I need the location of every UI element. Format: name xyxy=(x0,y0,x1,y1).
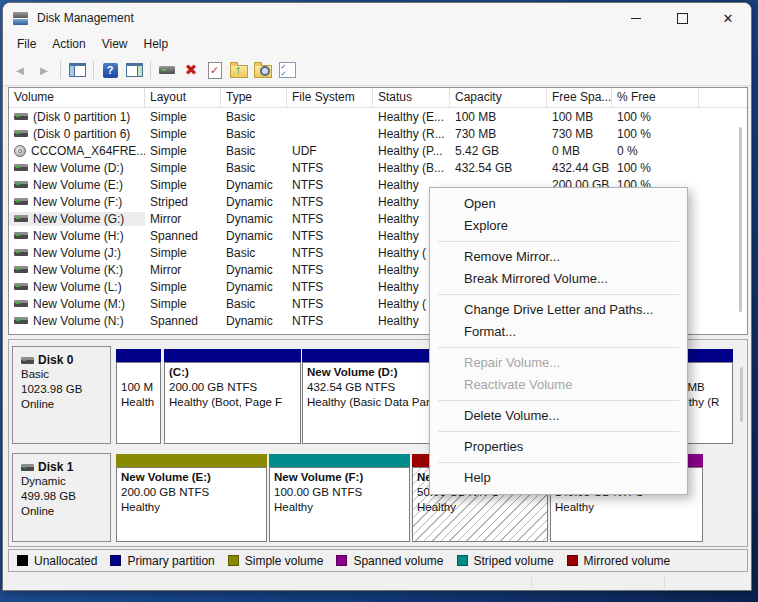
cell-pct: 100 % xyxy=(612,161,699,175)
partition-color-band xyxy=(269,454,410,467)
legend-label: Striped volume xyxy=(474,554,554,568)
partition-status: Health xyxy=(121,395,156,410)
volume-name: New Volume (N:) xyxy=(33,314,124,328)
menu-help[interactable]: Help xyxy=(136,35,177,53)
volume-name: (Disk 0 partition 6) xyxy=(33,127,130,141)
cell-layout: Mirror xyxy=(145,212,221,226)
context-menu-item-delete-volume[interactable]: Delete Volume... xyxy=(430,405,687,427)
context-menu-item-properties[interactable]: Properties xyxy=(430,436,687,458)
disk-management-app-icon xyxy=(13,10,29,26)
menu-view[interactable]: View xyxy=(94,35,136,53)
graphical-view-scrollbar[interactable] xyxy=(740,367,743,422)
forward-button[interactable]: ► xyxy=(33,59,55,81)
volume-context-menu: OpenExploreRemove Mirror...Break Mirrore… xyxy=(429,187,688,495)
task-list-button[interactable] xyxy=(276,59,298,81)
column-header-file-system[interactable]: File System xyxy=(287,88,373,107)
partition-status: Healthy xyxy=(121,500,262,515)
folder-search-button[interactable] xyxy=(252,59,274,81)
cell-capacity: 432.54 GB xyxy=(450,161,547,175)
maximize-button[interactable] xyxy=(659,3,705,33)
column-header-type[interactable]: Type xyxy=(221,88,287,107)
help-button[interactable] xyxy=(99,59,121,81)
legend-item: Simple volume xyxy=(228,554,324,568)
disk-status: Online xyxy=(21,397,110,412)
volume-list-scrollbar[interactable] xyxy=(739,127,742,312)
minimize-button[interactable] xyxy=(613,3,659,33)
context-menu-item-change-drive-letter-and-paths[interactable]: Change Drive Letter and Paths... xyxy=(430,299,687,321)
volume-row[interactable]: New Volume (D:)SimpleBasicNTFSHealthy (B… xyxy=(9,159,747,176)
disk-size: 1023.98 GB xyxy=(21,382,110,397)
column-header-free-spa-[interactable]: Free Spa... xyxy=(547,88,612,107)
cell-layout: Simple xyxy=(145,280,221,294)
partition-title xyxy=(121,365,156,380)
disk-management-window: Disk Management ✕ FileActionViewHelp ◄► … xyxy=(2,2,752,591)
cell-type: Dynamic xyxy=(221,314,287,328)
mark-partition-button[interactable] xyxy=(204,59,226,81)
menu-separator xyxy=(438,347,679,348)
toolbar-separator xyxy=(60,61,61,79)
legend-swatch xyxy=(17,555,28,566)
cell-fs: NTFS xyxy=(287,161,373,175)
title-bar[interactable]: Disk Management ✕ xyxy=(3,3,751,33)
cell-layout: Simple xyxy=(145,246,221,260)
folder-up-button[interactable] xyxy=(228,59,250,81)
volume-name: New Volume (F:) xyxy=(33,195,122,209)
volume-drive-icon xyxy=(14,164,28,171)
disk-0-label[interactable]: Disk 0 Basic 1023.98 GB Online xyxy=(12,346,111,444)
partition-block[interactable]: New Volume (F:)100.00 GB NTFSHealthy xyxy=(269,454,410,542)
partition-block[interactable]: New Volume (E:)200.00 GB NTFSHealthy xyxy=(116,454,267,542)
cell-layout: Mirror xyxy=(145,263,221,277)
column-header-capacity[interactable]: Capacity xyxy=(450,88,547,107)
volume-drive-icon xyxy=(14,283,28,290)
menu-separator xyxy=(438,462,679,463)
context-menu-item-break-mirrored-volume[interactable]: Break Mirrored Volume... xyxy=(430,268,687,290)
context-menu-item-remove-mirror[interactable]: Remove Mirror... xyxy=(430,246,687,268)
back-button[interactable]: ◄ xyxy=(9,59,31,81)
partition-block[interactable]: 100 MHealth xyxy=(116,349,161,444)
cell-pct: 100 % xyxy=(612,127,699,141)
partition-size: 100.00 GB NTFS xyxy=(274,485,405,500)
volume-row[interactable]: (Disk 0 partition 6)SimpleBasicHealthy (… xyxy=(9,125,747,142)
disk-icon xyxy=(21,464,34,471)
partition-status: Healthy xyxy=(417,500,543,515)
partition-size: 200.00 GB NTFS xyxy=(121,485,262,500)
cell-layout: Simple xyxy=(145,110,221,124)
mark-partition-icon xyxy=(208,62,222,79)
column-header-layout[interactable]: Layout xyxy=(145,88,221,107)
volume-drive-icon xyxy=(14,249,28,256)
volume-row[interactable]: (Disk 0 partition 1)SimpleBasicHealthy (… xyxy=(9,108,747,125)
drive-search-button[interactable] xyxy=(156,59,178,81)
context-menu-item-format[interactable]: Format... xyxy=(430,321,687,343)
legend-item: Spanned volume xyxy=(336,554,443,568)
column-header-volume[interactable]: Volume xyxy=(9,88,145,107)
close-button[interactable]: ✕ xyxy=(705,3,751,33)
volume-drive-icon xyxy=(14,266,28,273)
context-menu-item-explore[interactable]: Explore xyxy=(430,215,687,237)
window-title: Disk Management xyxy=(37,11,134,25)
cd-drive-icon xyxy=(14,145,26,157)
context-menu-item-help[interactable]: Help xyxy=(430,467,687,489)
delete-button[interactable] xyxy=(180,59,202,81)
partition-color-band xyxy=(116,349,161,362)
cell-capacity: 5.42 GB xyxy=(450,144,547,158)
console-tree-button[interactable] xyxy=(66,59,88,81)
partition-title: New Volume (E:) xyxy=(121,470,262,485)
column-header-status[interactable]: Status xyxy=(373,88,450,107)
disk-kind: Dynamic xyxy=(21,474,110,489)
cell-layout: Simple xyxy=(145,127,221,141)
menu-action[interactable]: Action xyxy=(44,35,93,53)
volume-row[interactable]: CCCOMA_X64FRE...SimpleBasicUDFHealthy (P… xyxy=(9,142,747,159)
legend-swatch xyxy=(567,555,578,566)
disk-name: Disk 1 xyxy=(38,460,73,474)
cell-status: Healthy (E... xyxy=(373,110,450,124)
legend-swatch xyxy=(228,555,239,566)
column-header--free[interactable]: % Free xyxy=(612,88,699,107)
action-pane-button[interactable] xyxy=(123,59,145,81)
partition-title: New Volume (F:) xyxy=(274,470,405,485)
context-menu-item-repair-volume: Repair Volume... xyxy=(430,352,687,374)
partition-block[interactable]: (C:)200.00 GB NTFSHealthy (Boot, Page F xyxy=(164,349,301,444)
forward-icon: ► xyxy=(38,63,51,78)
disk-1-label[interactable]: Disk 1 Dynamic 499.98 GB Online xyxy=(12,453,111,542)
context-menu-item-open[interactable]: Open xyxy=(430,193,687,215)
menu-file[interactable]: File xyxy=(9,35,44,53)
